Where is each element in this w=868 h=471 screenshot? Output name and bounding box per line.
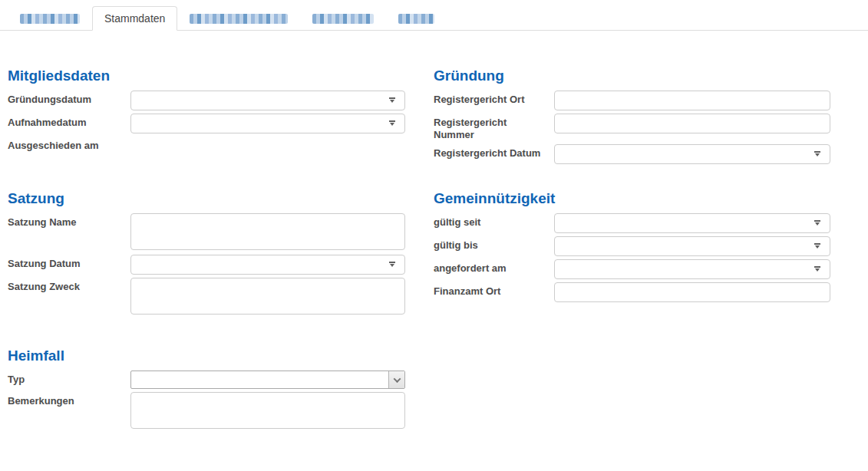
- bemerkungen-label: Bemerkungen: [8, 392, 130, 429]
- tab-bar: Stammdaten: [0, 0, 868, 31]
- registergericht-ort-input[interactable]: [554, 91, 830, 110]
- section-satzung: Satzung Satzung Name Satzung Datum Satzu…: [8, 190, 405, 315]
- typ-select[interactable]: [130, 371, 405, 389]
- form-row: Satzung Name: [8, 213, 405, 250]
- form-row: Satzung Zweck: [8, 278, 405, 315]
- form-row: gültig bis: [434, 236, 830, 256]
- form-row: Ausgeschieden am: [8, 137, 405, 152]
- satzung-zweck-textarea[interactable]: [130, 278, 405, 315]
- satzung-datum-input[interactable]: [130, 255, 405, 275]
- dropdown-arrow-icon[interactable]: [389, 120, 395, 127]
- aufnahmedatum-label: Aufnahmedatum: [8, 114, 130, 133]
- ausgeschieden-am-label: Ausgeschieden am: [8, 137, 130, 152]
- form-row: Registergericht Ort: [434, 91, 830, 110]
- form-row: Gründungsdatum: [8, 91, 405, 110]
- dropdown-arrow-icon[interactable]: [814, 243, 820, 249]
- finanzamt-ort-input[interactable]: [554, 282, 830, 302]
- tab-redacted-4[interactable]: [386, 6, 447, 31]
- registergericht-ort-label: Registergericht Ort: [434, 91, 554, 110]
- tab-stammdaten[interactable]: Stammdaten: [92, 6, 177, 31]
- redacted-text-block: [398, 14, 434, 24]
- section-title: Heimfall: [8, 347, 405, 364]
- aufnahmedatum-input[interactable]: [130, 114, 405, 133]
- gueltig-bis-input[interactable]: [554, 236, 830, 256]
- registergericht-datum-input[interactable]: [554, 144, 830, 164]
- section-gemeinnuetzigkeit: Gemeinnützigkeit gültig seit gültig bis …: [434, 190, 830, 302]
- tab-redacted-1[interactable]: [8, 6, 92, 31]
- angefordert-am-label: angefordert am: [434, 259, 554, 279]
- registergericht-nummer-label: Registergericht Nummer: [434, 114, 554, 141]
- dropdown-arrow-icon[interactable]: [814, 220, 820, 226]
- form-row: Registergericht Nummer: [434, 114, 830, 141]
- form-row: Finanzamt Ort: [434, 282, 830, 302]
- registergericht-datum-label: Registergericht Datum: [434, 144, 554, 164]
- redacted-text-block: [190, 14, 288, 24]
- satzung-name-label: Satzung Name: [8, 213, 130, 250]
- redacted-text-block: [20, 14, 80, 24]
- typ-label: Typ: [8, 371, 130, 389]
- form-row: gültig seit: [434, 213, 830, 233]
- tab-redacted-3[interactable]: [300, 6, 386, 31]
- bemerkungen-textarea[interactable]: [130, 392, 405, 429]
- registergericht-nummer-input[interactable]: [554, 114, 830, 133]
- form-row: angefordert am: [434, 259, 830, 279]
- gruendungsdatum-input[interactable]: [130, 91, 405, 110]
- tab-label: Stammdaten: [104, 12, 165, 25]
- dropdown-arrow-icon[interactable]: [814, 151, 820, 157]
- dropdown-arrow-icon[interactable]: [389, 262, 395, 268]
- redacted-text-block: [312, 14, 374, 24]
- satzung-zweck-label: Satzung Zweck: [8, 278, 130, 315]
- gueltig-seit-label: gültig seit: [434, 213, 554, 233]
- tab-redacted-2[interactable]: [177, 6, 300, 31]
- form-content: Mitgliedsdaten Gründungsdatum Aufnahmeda…: [0, 31, 868, 433]
- section-title: Satzung: [8, 190, 405, 207]
- gueltig-bis-label: gültig bis: [434, 236, 554, 256]
- gueltig-seit-input[interactable]: [554, 213, 830, 233]
- angefordert-am-input[interactable]: [554, 259, 830, 279]
- section-mitgliedsdaten: Mitgliedsdaten Gründungsdatum Aufnahmeda…: [8, 68, 405, 152]
- section-heimfall: Heimfall Typ Bemerkungen: [8, 347, 405, 429]
- dropdown-arrow-icon[interactable]: [389, 97, 395, 104]
- form-row: Aufnahmedatum: [8, 114, 405, 133]
- section-gruendung: Gründung Registergericht Ort Registerger…: [434, 68, 830, 164]
- gruendungsdatum-label: Gründungsdatum: [8, 91, 130, 110]
- form-row: Bemerkungen: [8, 392, 405, 429]
- form-row: Typ: [8, 371, 405, 389]
- section-title: Gemeinnützigkeit: [434, 190, 830, 207]
- section-title: Gründung: [434, 68, 830, 84]
- finanzamt-ort-label: Finanzamt Ort: [434, 282, 554, 302]
- form-row: Registergericht Datum: [434, 144, 830, 164]
- form-row: Satzung Datum: [8, 255, 405, 275]
- section-title: Mitgliedsdaten: [8, 68, 405, 84]
- dropdown-arrow-icon[interactable]: [814, 266, 820, 272]
- satzung-datum-label: Satzung Datum: [8, 255, 130, 275]
- satzung-name-textarea[interactable]: [130, 213, 405, 250]
